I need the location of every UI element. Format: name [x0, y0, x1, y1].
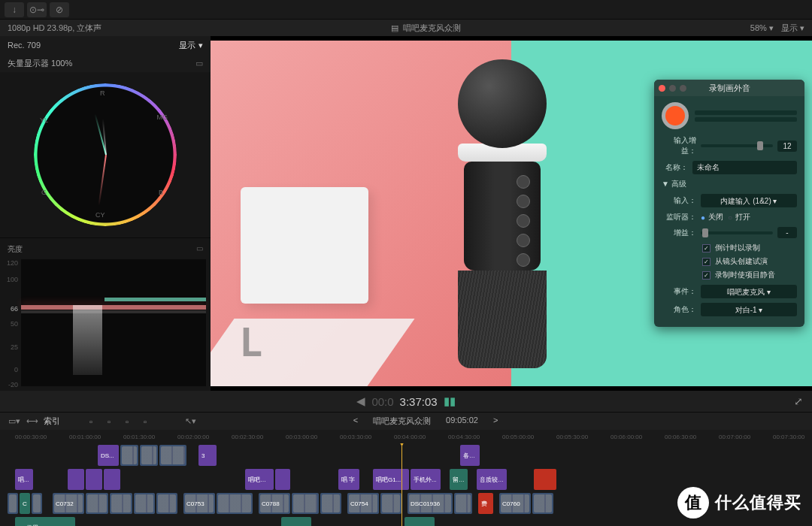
clip[interactable] [32, 493, 42, 514]
input-dropdown[interactable]: 内建输入 (1&2) ▾ [701, 194, 797, 207]
timeline-ruler[interactable]: 00:00:30:0000:01:00:0000:01:30:0000:02:0… [0, 430, 812, 443]
clip[interactable]: C0788 [259, 493, 290, 514]
clip[interactable] [534, 469, 556, 490]
name-field[interactable] [692, 161, 797, 174]
clip[interactable]: 音质较好... [477, 469, 507, 490]
track-titles-upper[interactable]: DS...3各种... [0, 445, 812, 466]
play-next-icon[interactable]: ▮▮ [444, 394, 456, 408]
monitor-on-radio[interactable]: ○打开 [728, 212, 750, 222]
mute-checkbox[interactable]: ✓录制时使项目静音 [702, 270, 797, 280]
clip[interactable]: 费 [478, 493, 493, 514]
layout4-icon[interactable]: ▫ [138, 416, 152, 428]
event-dropdown[interactable]: 唱吧麦克风 ▾ [701, 285, 797, 298]
layout1-icon[interactable]: ▫ [84, 416, 98, 428]
keyword-button[interactable]: ⊙⊸ [27, 2, 47, 17]
layout2-icon[interactable]: ▫ [102, 416, 116, 428]
clip[interactable] [68, 469, 84, 490]
settings-icon[interactable]: ▭ [196, 244, 203, 255]
clip[interactable]: C0732 [53, 493, 84, 514]
clip-label: 唱吧G1... [376, 476, 401, 484]
fullscreen-icon[interactable]: ⤢ [794, 395, 803, 407]
clip[interactable] [320, 493, 341, 514]
clip[interactable]: 唱吧G1... [245, 469, 274, 490]
clip-appearance-icon[interactable]: ▭▾ [8, 416, 21, 428]
record-button[interactable] [662, 102, 689, 129]
layout3-icon[interactable]: ▫ [120, 416, 134, 428]
timeline-prev[interactable]: < [353, 416, 358, 427]
clip[interactable] [156, 493, 177, 514]
clip[interactable]: 手机外... [411, 469, 441, 490]
role-dropdown[interactable]: 对白-1 ▾ [701, 303, 797, 316]
settings-icon[interactable]: ▭ [195, 59, 203, 68]
view-dropdown[interactable]: 显示 ▾ [781, 23, 804, 34]
monitor-gain-slider[interactable] [701, 231, 773, 234]
gain-value[interactable]: 12 [777, 141, 797, 152]
clip[interactable]: DS... [98, 445, 119, 466]
viewer-canvas[interactable]: L 录制画外音 [211, 41, 812, 386]
scope-view-dropdown[interactable]: 显示 ▾ [179, 40, 203, 51]
playhead[interactable] [401, 443, 402, 526]
ruler-mark: 00:03:00:00 [286, 434, 317, 440]
bg-task-button[interactable]: ⊘ [50, 2, 69, 17]
clip[interactable] [86, 493, 108, 514]
zoom-icon[interactable] [680, 85, 686, 92]
disclosure-triangle[interactable]: ▼ [662, 180, 669, 188]
clip[interactable]: C0760 [499, 493, 531, 514]
close-icon[interactable] [659, 85, 665, 92]
clip-label: 留有妖... [453, 476, 465, 484]
clip[interactable] [86, 469, 102, 490]
arrow-tool-icon[interactable]: ↖▾ [183, 416, 197, 428]
clip[interactable]: DSC01936 [408, 493, 453, 514]
ruler-mark: 00:02:00:00 [177, 434, 209, 440]
zoom-dropdown[interactable]: 58% ▾ [750, 23, 774, 33]
minimize-icon[interactable] [669, 85, 676, 92]
ruler-mark: 00:03:30:00 [340, 434, 371, 440]
clip[interactable] [454, 493, 472, 514]
clip[interactable] [140, 445, 158, 466]
clip[interactable] [104, 469, 120, 490]
voiceover-titlebar[interactable]: 录制画外音 [654, 80, 804, 96]
clip[interactable] [110, 493, 132, 514]
clip[interactable]: C0754 [404, 517, 435, 526]
clip[interactable] [275, 469, 290, 490]
clip[interactable]: C [20, 493, 30, 514]
clip[interactable] [292, 493, 319, 514]
clip[interactable]: C0754 [281, 517, 311, 526]
zoom-slider-icon[interactable]: ⟷ [26, 416, 39, 428]
clip[interactable]: 唱 字 [338, 469, 359, 490]
index-button[interactable]: 索引 [44, 416, 60, 427]
clip[interactable] [134, 493, 155, 514]
clip[interactable]: 各种... [460, 445, 480, 466]
clip[interactable]: 唱... [15, 469, 33, 490]
clip[interactable] [8, 493, 18, 514]
info-bar: 1080p HD 23.98p, 立体声 ▤ 唱吧麦克风众测 58% ▾ 显示 … [0, 20, 812, 36]
key-icon: ⊙⊸ [29, 5, 44, 15]
luma-yaxis: 120 100 66 50 25 0 -20 [3, 259, 20, 386]
timeline-title: 唱吧麦克风众测 [373, 416, 431, 427]
clip[interactable]: tim使用No Co... [15, 517, 75, 526]
clip[interactable] [217, 493, 253, 514]
voiceover-panel[interactable]: 录制画外音 输入增益： 12 名称： [654, 80, 804, 327]
clip[interactable]: 留有妖... [450, 469, 468, 490]
countdown-checkbox[interactable]: ✓倒计时以录制 [702, 243, 797, 253]
gain-slider[interactable] [701, 144, 773, 147]
clip[interactable] [159, 445, 186, 466]
clip[interactable]: 唱吧G1... [373, 469, 409, 490]
clip[interactable]: C0753 [183, 493, 215, 514]
clip-label: C0753 [186, 500, 205, 507]
clip[interactable] [532, 493, 553, 514]
timeline-next[interactable]: > [493, 416, 498, 427]
play-prev-icon[interactable]: ◀ [356, 394, 365, 408]
clip[interactable] [120, 445, 138, 466]
clip[interactable] [380, 493, 401, 514]
ruler-mark: 00:06:30:00 [665, 434, 696, 440]
scopes-panel: Rec. 709 显示 ▾ 矢量显示器 100% ▭ R MG B CY G Y… [0, 36, 211, 391]
clip[interactable]: 3 [198, 445, 217, 466]
rec-label: Rec. 709 [8, 41, 41, 50]
audition-checkbox[interactable]: ✓从镜头创建试演 [702, 256, 797, 267]
import-button[interactable]: ↓ [5, 2, 24, 17]
clip[interactable]: C0754 [347, 493, 379, 514]
clip-label: C [23, 500, 27, 507]
timecode[interactable]: 3:37:03 [400, 395, 438, 408]
monitor-off-radio[interactable]: ●关闭 [701, 212, 723, 222]
